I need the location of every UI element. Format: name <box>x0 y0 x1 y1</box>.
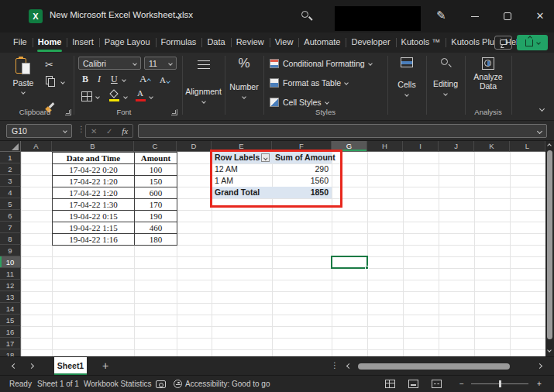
row-header-2[interactable]: 2 <box>0 163 21 175</box>
data-table-cell[interactable]: 19-04-22 1:15 <box>52 222 135 234</box>
new-sheet-button[interactable]: + <box>102 359 108 372</box>
data-table-header-cell[interactable]: Amount <box>134 152 177 164</box>
row-header-14[interactable]: 14 <box>0 303 21 315</box>
bold-button[interactable]: B <box>82 74 88 85</box>
selected-cell[interactable] <box>331 256 368 269</box>
menu-tab-developer[interactable]: Developer <box>346 33 395 53</box>
font-color-chevron-icon[interactable] <box>149 95 153 99</box>
workbook-statistics-button[interactable]: Workbook Statistics <box>84 380 152 388</box>
fill-color-chevron-icon[interactable] <box>123 95 128 99</box>
close-button[interactable]: ✕ <box>533 9 547 23</box>
row-header-5[interactable]: 5 <box>0 198 21 210</box>
row-header-11[interactable]: 11 <box>0 268 21 280</box>
zoom-in-button[interactable]: + <box>537 380 542 388</box>
enter-icon[interactable]: ✓ <box>106 127 112 136</box>
name-box-resize-handle[interactable]: ⋮ <box>77 125 85 133</box>
row-header-6[interactable]: 6 <box>0 210 21 222</box>
insert-function-icon[interactable]: fx <box>122 126 128 136</box>
menu-tab-kutools-plu[interactable]: Kutools Plu <box>446 33 500 53</box>
search-icon[interactable] <box>301 10 313 22</box>
data-table-cell[interactable]: 17-04-22 1:30 <box>52 198 135 211</box>
underline-button[interactable]: U <box>111 74 118 85</box>
zoom-slider-handle[interactable] <box>499 380 501 387</box>
window-title[interactable]: New Microsoft Excel Worksheet.xlsx <box>50 10 193 19</box>
font-dialog-launcher-icon[interactable] <box>171 109 177 115</box>
italic-button[interactable]: I <box>98 74 101 85</box>
scroll-up-icon[interactable] <box>547 143 552 148</box>
horizontal-scrollbar-thumb[interactable] <box>358 363 510 370</box>
row-header-13[interactable]: 13 <box>0 291 21 303</box>
row-header-17[interactable]: 17 <box>0 338 21 349</box>
increase-font-size-button[interactable]: A <box>139 73 150 85</box>
copy-icon[interactable] <box>46 76 56 87</box>
editing-group-button[interactable]: Editing <box>426 57 465 95</box>
sheet-tab-sheet1[interactable]: Sheet1 <box>54 357 87 375</box>
minimize-button[interactable] <box>468 9 482 23</box>
menu-tab-automate[interactable]: Automate <box>298 33 346 53</box>
data-table-cell[interactable]: 150 <box>134 175 177 187</box>
column-header-d[interactable]: D <box>177 141 212 152</box>
paste-button[interactable]: Paste <box>6 57 40 94</box>
vertical-scrollbar[interactable] <box>545 141 554 356</box>
column-header-c[interactable]: C <box>134 141 177 152</box>
pen-icon[interactable]: ✎ <box>436 9 446 22</box>
row-header-7[interactable]: 7 <box>0 222 21 233</box>
select-all-button[interactable] <box>0 141 21 152</box>
zoom-out-button[interactable]: − <box>459 380 464 388</box>
menu-tab-data[interactable]: Data <box>201 33 230 53</box>
row-header-8[interactable]: 8 <box>0 233 21 245</box>
decrease-font-size-button[interactable]: A <box>160 75 170 84</box>
horizontal-scrollbar[interactable] <box>355 363 533 370</box>
data-table-cell[interactable]: 17-04-22 1:20 <box>52 175 135 187</box>
name-box[interactable]: G10 <box>6 124 72 138</box>
menu-tab-insert[interactable]: Insert <box>67 33 99 53</box>
row-header-18[interactable]: 18 <box>0 349 21 356</box>
expand-formula-bar-chevron-icon[interactable] <box>537 129 542 134</box>
underline-chevron-icon[interactable] <box>122 77 126 82</box>
cancel-icon[interactable]: ✕ <box>91 127 97 136</box>
borders-chevron-icon[interactable] <box>95 95 100 99</box>
excel-logo-icon[interactable]: X <box>29 9 43 23</box>
column-header-l[interactable]: L <box>510 141 545 152</box>
conditional-formatting-button[interactable]: Conditional Formatting <box>270 57 372 70</box>
page-layout-view-icon[interactable] <box>408 380 418 388</box>
data-table-cell[interactable]: 17-04-22 1:20 <box>52 187 135 199</box>
menu-tab-page-layou[interactable]: Page Layou <box>99 33 156 53</box>
formula-input[interactable] <box>138 124 547 138</box>
data-table-cell[interactable]: 180 <box>134 233 177 246</box>
column-header-b[interactable]: B <box>52 141 134 152</box>
row-header-12[interactable]: 12 <box>0 280 21 291</box>
maximize-button[interactable] <box>501 9 514 23</box>
menu-tab-view[interactable]: View <box>270 33 299 53</box>
number-group-button[interactable]: % Number <box>225 56 263 98</box>
cut-icon[interactable]: ✂ <box>45 59 53 70</box>
cells-group-button[interactable]: Cells <box>387 57 426 96</box>
row-header-10[interactable]: 10 <box>0 256 21 268</box>
column-header-a[interactable]: A <box>21 141 52 152</box>
fill-color-icon[interactable] <box>109 90 120 101</box>
format-as-table-button[interactable]: Format as Table <box>270 77 348 89</box>
alignment-group-button[interactable]: Alignment <box>182 60 225 103</box>
data-table-cell[interactable]: 19-04-22 1:16 <box>52 233 135 246</box>
next-sheet-icon[interactable] <box>29 363 34 369</box>
grid-area[interactable]: ABCDEFGHIJKL123456789101112131415161718D… <box>0 141 545 356</box>
font-size-combobox[interactable]: 11 <box>144 57 177 70</box>
column-header-j[interactable]: J <box>439 141 474 152</box>
row-header-3[interactable]: 3 <box>0 175 21 187</box>
clipboard-dialog-launcher-icon[interactable] <box>65 109 71 115</box>
row-header-4[interactable]: 4 <box>0 187 21 198</box>
accessibility-status[interactable]: Accessibility: Good to go <box>185 380 270 388</box>
data-table-cell[interactable]: 460 <box>134 222 177 234</box>
borders-icon[interactable] <box>81 91 92 101</box>
data-table-cell[interactable]: 100 <box>134 163 177 176</box>
analyze-data-button[interactable]: Analyze Data <box>468 57 508 91</box>
data-table-cell[interactable]: 170 <box>134 198 177 211</box>
font-name-combobox[interactable]: Calibri <box>78 57 141 70</box>
data-table-cell[interactable]: 17-04-22 0:20 <box>52 163 135 176</box>
previous-sheet-icon[interactable] <box>12 363 17 369</box>
vertical-scrollbar-thumb[interactable] <box>547 150 552 339</box>
hscroll-right-icon[interactable] <box>537 363 542 369</box>
display-settings-icon[interactable] <box>156 380 166 388</box>
column-header-k[interactable]: K <box>474 141 510 152</box>
menu-tab-formulas[interactable]: Formulas <box>156 33 202 53</box>
